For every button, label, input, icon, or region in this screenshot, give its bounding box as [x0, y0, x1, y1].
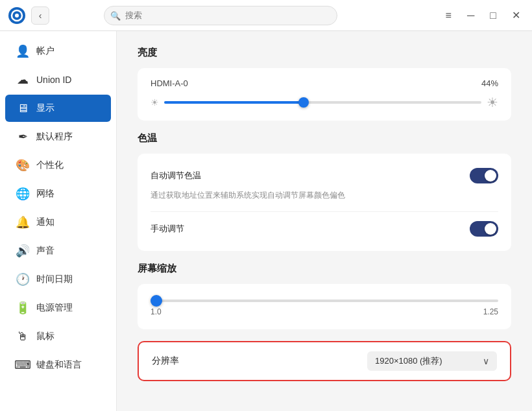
- keyboard-icon: ⌨: [16, 358, 30, 372]
- resolution-select[interactable]: 1920×1080 (推荐) ∨: [367, 351, 497, 371]
- svg-point-2: [15, 14, 19, 18]
- minimize-button[interactable]: ─: [463, 8, 478, 23]
- sidebar-item-display[interactable]: 🖥 显示: [5, 95, 111, 122]
- brightness-source-label: HDMI-A-0: [151, 78, 188, 88]
- union-id-icon: ☁: [16, 73, 30, 87]
- notification-icon: 🔔: [16, 215, 30, 229]
- sidebar-item-datetime[interactable]: 🕐 时间日期: [5, 266, 111, 293]
- display-icon: 🖥: [16, 101, 30, 115]
- resolution-label: 分辨率: [152, 355, 179, 367]
- scale-slider-wrap: 1.0 1.25: [151, 294, 498, 319]
- network-icon: 🌐: [16, 187, 30, 201]
- color-temp-card: 自动调节色温 通过获取地址位置来辅助系统实现自动调节屏幕颜色偏色 手动调节: [138, 154, 511, 251]
- manual-adjust-label: 手动调节: [151, 223, 184, 235]
- brightness-slider-wrap: ☀ ☀: [151, 95, 498, 110]
- sidebar-label-display: 显示: [36, 102, 54, 114]
- scale-section-title: 屏幕缩放: [138, 263, 511, 275]
- sidebar-label-union-id: Union ID: [36, 75, 71, 85]
- brightness-section-title: 亮度: [138, 47, 511, 59]
- maximize-button[interactable]: □: [486, 8, 500, 23]
- sidebar-item-account[interactable]: 👤 帐户: [5, 38, 111, 65]
- scale-labels: 1.0 1.25: [151, 307, 498, 316]
- auto-color-temp-row: 自动调节色温: [151, 164, 498, 187]
- brightness-slider-thumb[interactable]: [298, 97, 309, 108]
- app-logo: [8, 6, 26, 25]
- sidebar-item-union-id[interactable]: ☁ Union ID: [5, 66, 111, 93]
- search-icon: 🔍: [110, 10, 121, 20]
- datetime-icon: 🕐: [16, 272, 30, 287]
- auto-color-temp-description: 通过获取地址位置来辅助系统实现自动调节屏幕颜色偏色: [151, 190, 498, 206]
- back-button[interactable]: ‹: [31, 6, 49, 25]
- sidebar: 👤 帐户 ☁ Union ID 🖥 显示 ✒ 默认程序 🎨 个性化 🌐 网络 🔔…: [0, 31, 117, 411]
- auto-color-temp-label: 自动调节色温: [151, 170, 201, 182]
- color-temp-section-title: 色温: [138, 132, 511, 145]
- chevron-down-icon: ∨: [483, 356, 489, 366]
- brightness-slider[interactable]: [164, 101, 481, 104]
- divider-1: [151, 211, 498, 212]
- sidebar-item-keyboard[interactable]: ⌨ 键盘和语言: [5, 351, 111, 379]
- scale-card: 1.0 1.25: [138, 284, 511, 329]
- brightness-percentage: 44%: [481, 78, 498, 88]
- scale-slider-track[interactable]: [151, 299, 498, 302]
- default-apps-icon: ✒: [16, 130, 30, 144]
- sidebar-item-network[interactable]: 🌐 网络: [5, 180, 111, 207]
- sidebar-label-default-apps: 默认程序: [36, 131, 73, 143]
- sidebar-item-notification[interactable]: 🔔 通知: [5, 209, 111, 236]
- account-icon: 👤: [16, 44, 30, 58]
- sidebar-label-keyboard: 键盘和语言: [36, 359, 82, 371]
- sidebar-label-network: 网络: [36, 188, 54, 200]
- sidebar-item-default-apps[interactable]: ✒ 默认程序: [5, 123, 111, 150]
- manual-adjust-toggle[interactable]: [470, 221, 498, 237]
- sound-icon: 🔊: [16, 244, 30, 258]
- sidebar-label-notification: 通知: [36, 217, 54, 228]
- sidebar-item-personalize[interactable]: 🎨 个性化: [5, 152, 111, 179]
- sidebar-label-personalize: 个性化: [36, 159, 64, 171]
- mouse-icon: 🖱: [16, 329, 30, 344]
- resolution-value: 1920×1080 (推荐): [375, 355, 442, 367]
- sidebar-label-datetime: 时间日期: [36, 274, 73, 285]
- sun-large-icon: ☀: [487, 95, 498, 110]
- window-controls: ≡ ─ □ ✕: [442, 8, 524, 23]
- sidebar-label-sound: 声音: [36, 245, 54, 257]
- sidebar-item-power[interactable]: 🔋 电源管理: [5, 294, 111, 322]
- personalize-icon: 🎨: [16, 158, 30, 172]
- manual-adjust-row: 手动调节: [151, 217, 498, 241]
- brightness-card: HDMI-A-0 44% ☀ ☀: [138, 68, 511, 121]
- scale-slider-thumb[interactable]: [151, 295, 162, 307]
- back-icon: ‹: [39, 10, 42, 21]
- sidebar-label-mouse: 鼠标: [36, 331, 54, 342]
- sun-small-icon: ☀: [151, 97, 159, 108]
- title-bar: ‹ 🔍 ≡ ─ □ ✕: [0, 0, 532, 31]
- search-bar[interactable]: 🔍: [104, 6, 337, 25]
- sidebar-label-power: 电源管理: [36, 302, 73, 314]
- scale-min-label: 1.0: [151, 307, 162, 316]
- sidebar-item-sound[interactable]: 🔊 声音: [5, 237, 111, 264]
- scale-max-label: 1.25: [483, 307, 498, 316]
- power-icon: 🔋: [16, 301, 30, 315]
- auto-color-temp-toggle[interactable]: [470, 168, 498, 183]
- brightness-header-row: HDMI-A-0 44%: [151, 78, 498, 88]
- main-layout: 👤 帐户 ☁ Union ID 🖥 显示 ✒ 默认程序 🎨 个性化 🌐 网络 🔔…: [0, 31, 532, 411]
- resolution-card[interactable]: 分辨率 1920×1080 (推荐) ∨: [138, 341, 511, 381]
- menu-icon[interactable]: ≡: [442, 8, 455, 23]
- content-area: 亮度 HDMI-A-0 44% ☀ ☀ 色温 自动调节色温 通过获取地址位置来辅…: [117, 31, 532, 411]
- sidebar-item-mouse[interactable]: 🖱 鼠标: [5, 323, 111, 350]
- close-button[interactable]: ✕: [508, 8, 524, 23]
- sidebar-label-account: 帐户: [36, 45, 54, 57]
- search-input[interactable]: [104, 6, 337, 25]
